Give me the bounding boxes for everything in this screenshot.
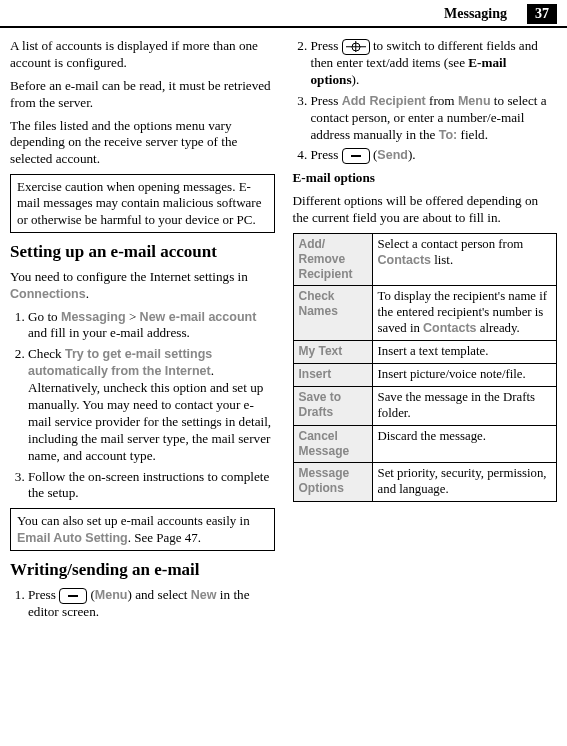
ui-term: Contacts [378, 253, 431, 267]
table-row: Add/Remove RecipientSelect a contact per… [293, 234, 557, 286]
text: and fill in your e-mail address. [28, 325, 190, 340]
option-name: Cancel Message [293, 425, 372, 462]
navkey-icon [342, 39, 370, 55]
section-title: Messaging [444, 6, 507, 22]
text: Press [311, 147, 342, 162]
table-row: Check NamesTo display the recipient's na… [293, 286, 557, 341]
table-row: Cancel MessageDiscard the message. [293, 425, 557, 462]
ui-term: Send [377, 148, 408, 162]
right-column: Press to switch to different fields and … [293, 38, 558, 627]
text: Press [28, 587, 59, 602]
subheading: E-mail options [293, 170, 558, 187]
list-item: Check Try to get e-mail settings automat… [28, 346, 275, 464]
text: > [126, 309, 140, 324]
list-item: Press (Send). [311, 147, 558, 164]
text: You can also set up e-mail accounts easi… [17, 513, 250, 528]
option-name: Insert [293, 364, 372, 387]
text: Select a contact person from [378, 237, 524, 251]
option-name: Save to Drafts [293, 386, 372, 425]
text: Press [311, 93, 342, 108]
paragraph: The files listed and the options menu va… [10, 118, 275, 169]
option-desc: Discard the message. [372, 425, 556, 462]
table-row: My TextInsert a text template. [293, 341, 557, 364]
table-row: Message OptionsSet priority, security, p… [293, 462, 557, 501]
page-number: 37 [527, 4, 557, 24]
ui-term: To: [439, 128, 458, 142]
options-table: Add/Remove RecipientSelect a contact per… [293, 233, 558, 502]
left-column: A list of accounts is displayed if more … [10, 38, 275, 627]
setup-steps: Go to Messaging > New e-mail account and… [10, 309, 275, 503]
paragraph: A list of accounts is displayed if more … [10, 38, 275, 72]
text: Discard the message. [378, 429, 486, 443]
list-item: Press Add Recipient from Menu to select … [311, 93, 558, 144]
list-item: Follow the on-screen instructions to com… [28, 469, 275, 503]
text: Set priority, security, permission, and … [378, 466, 547, 496]
paragraph: Before an e-mail can be read, it must be… [10, 78, 275, 112]
text: Check [28, 346, 65, 361]
text: . [86, 286, 89, 301]
ui-term: Menu [95, 588, 128, 602]
list-item: Go to Messaging > New e-mail account and… [28, 309, 275, 343]
text: ) and select [127, 587, 190, 602]
content-columns: A list of accounts is displayed if more … [0, 28, 567, 627]
ui-term: Messaging [61, 310, 126, 324]
writing-steps-cont: Press to switch to different fields and … [293, 38, 558, 164]
heading: Writing/sending an e-mail [10, 559, 275, 581]
text: Save the message in the Drafts folder. [378, 390, 535, 420]
text: Insert a text template. [378, 344, 489, 358]
option-name: Check Names [293, 286, 372, 341]
option-desc: Save the message in the Drafts folder. [372, 386, 556, 425]
text: ). [408, 147, 416, 162]
option-desc: Insert picture/voice note/file. [372, 364, 556, 387]
text: You need to configure the Internet setti… [10, 269, 248, 284]
table-row: Save to DraftsSave the message in the Dr… [293, 386, 557, 425]
ui-term: New [191, 588, 217, 602]
softkey-icon [59, 588, 87, 604]
writing-steps: Press (Menu) and select New in the edito… [10, 587, 275, 621]
tip-box: You can also set up e-mail accounts easi… [10, 508, 275, 551]
text: . See Page 47. [128, 530, 201, 545]
option-desc: Insert a text template. [372, 341, 556, 364]
text: list. [431, 253, 453, 267]
softkey-icon [342, 148, 370, 164]
text: Press [311, 38, 342, 53]
heading: Setting up an e-mail account [10, 241, 275, 263]
ui-term: Add Recipient [342, 94, 426, 108]
text: already. [477, 321, 520, 335]
text: ). [352, 72, 360, 87]
ui-term: Contacts [423, 321, 476, 335]
option-name: Message Options [293, 462, 372, 501]
paragraph: Different options will be offered depend… [293, 193, 558, 227]
list-item: Press to switch to different fields and … [311, 38, 558, 89]
ui-term: Menu [458, 94, 491, 108]
option-desc: To display the recipient's name if the e… [372, 286, 556, 341]
option-desc: Set priority, security, permission, and … [372, 462, 556, 501]
text: from [426, 93, 458, 108]
option-name: Add/Remove Recipient [293, 234, 372, 286]
text: Go to [28, 309, 61, 324]
list-item: Press (Menu) and select New in the edito… [28, 587, 275, 621]
table-row: InsertInsert picture/voice note/file. [293, 364, 557, 387]
caution-box: Exercise caution when opening messages. … [10, 174, 275, 233]
paragraph: You need to configure the Internet setti… [10, 269, 275, 303]
text: field. [457, 127, 488, 142]
ui-term: Connections [10, 287, 86, 301]
page-header: Messaging 37 [0, 0, 567, 28]
ui-term: Email Auto Setting [17, 531, 128, 545]
text: Insert picture/voice note/file. [378, 367, 526, 381]
ui-term: New e-mail account [140, 310, 257, 324]
option-desc: Select a contact person from Contacts li… [372, 234, 556, 286]
option-name: My Text [293, 341, 372, 364]
